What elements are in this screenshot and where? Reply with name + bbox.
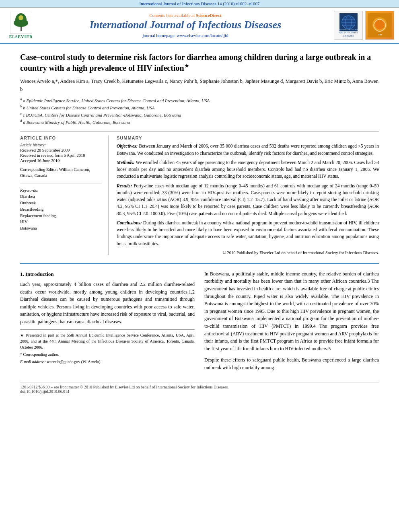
footnote-area: ★ Presented in part at the 55th Annual E…: [20, 329, 195, 365]
affiliation-b: b b United States Centers for Disease Co…: [20, 104, 379, 111]
objectives-para: Objectives: Between January and March of…: [117, 143, 379, 157]
bottom-bar: 1201-9712/$36.00 – see front matter © 20…: [20, 382, 379, 394]
journal-header: ELSEVIER Contents lists available at Sci…: [0, 8, 399, 44]
keyword-outbreak: Outbreak: [20, 200, 102, 206]
history-label: Article history:: [20, 143, 46, 147]
globe-icon: INTERNATIONAL SOCIETY: [339, 13, 358, 31]
conclusions-para: Conclusions: During this diarrhea outbre…: [117, 220, 379, 247]
revised-date: Received in revised form 6 April 2010: [20, 153, 102, 158]
divider-bottom: [20, 263, 379, 264]
affiliation-a: a a Epidemic Intelligence Service, Unite…: [20, 97, 379, 104]
article-history: Article history: Received 28 September 2…: [20, 143, 102, 163]
objectives-text: Between January and March of 2006, over …: [117, 144, 379, 155]
main-content: Case–control study to determine risk fac…: [0, 44, 399, 402]
issn-line: 1201-9712/$36.00 – see front matter © 20…: [20, 385, 379, 389]
authors-line: Wences Arvelo a,*, Andrea Kim a, Tracy C…: [20, 77, 379, 93]
email-value: warvelo@gt.cdc.gov (W. Arvelo).: [47, 359, 101, 364]
body-col-right: In Botswana, a politically stable, middl…: [204, 270, 379, 376]
results-text: Forty-nine cases with median age of 12 m…: [117, 183, 379, 216]
elsevier-text: ELSEVIER: [9, 35, 33, 39]
summary-text: Objectives: Between January and March of…: [117, 143, 379, 247]
svg-point-15: [375, 20, 385, 29]
keyword-hiv: HIV: [20, 219, 102, 225]
svg-point-4: [19, 15, 23, 20]
isid-text: FOR INFECTIOUSDISEASES: [339, 31, 358, 37]
corresponding-footnote: * Corresponding author.: [20, 351, 195, 357]
email-footnote: E-mail address: warvelo@gt.cdc.gov (W. A…: [20, 359, 195, 365]
journal-title: International Journal of Infectious Dise…: [90, 18, 282, 31]
keyword-diarrhea: Diarrhea: [20, 193, 102, 200]
results-label: Results:: [117, 183, 132, 188]
elsevier-logo: ELSEVIER: [5, 11, 37, 40]
keyword-breastfeeding: Breastfeeding: [20, 206, 102, 213]
email-label: E-mail address:: [20, 359, 46, 364]
results-para: Results: Forty-nine cases with median ag…: [117, 183, 379, 217]
copyright-line: © 2010 Published by Elsevier Ltd on beha…: [117, 251, 379, 255]
accepted-date: Accepted 16 June 2010: [20, 158, 102, 163]
objectives-label: Objectives:: [117, 144, 138, 148]
secondary-logo: IJID: [365, 11, 394, 40]
conclusions-label: Conclusions:: [117, 220, 142, 225]
journal-bar: International Journal of Infectious Dise…: [0, 0, 399, 8]
affiliation-d: d d Botswana Ministry of Public Health, …: [20, 118, 379, 125]
keyword-botswana: Botswana: [20, 225, 102, 232]
corresponding-editor: Corresponding Editor: William Cameron, O…: [20, 167, 102, 179]
keywords-header: Keywords:: [20, 188, 38, 193]
article-title: Case–control study to determine risk fac…: [20, 52, 379, 73]
journal-title-area: Contents lists available at ScienceDirec…: [41, 11, 330, 40]
star-footnote: ★ Presented in part at the 55th Annual E…: [20, 332, 195, 350]
article-info-header: ARTICLE INFO: [20, 136, 102, 140]
body-col-left: 1. Introduction Each year, approximately…: [20, 270, 195, 376]
body-text-section: 1. Introduction Each year, approximately…: [20, 270, 379, 376]
intro-para3: Despite these efforts to safeguard publi…: [204, 356, 379, 371]
elsevier-tree-icon: [10, 12, 32, 34]
summary-column: SUMMARY Objectives: Between January and …: [117, 136, 379, 255]
keywords-section: Keywords: Diarrhea Outbreak Breastfeedin…: [20, 187, 102, 232]
partner-logos: INTERNATIONAL SOCIETY FOR INFECTIOUSDISE…: [334, 11, 394, 40]
sciencedirect-line: Contents lists available at ScienceDirec…: [149, 13, 221, 18]
methods-label: Methods:: [117, 160, 135, 165]
journal-citation: International Journal of Infectious Dise…: [139, 1, 259, 6]
methods-text: We enrolled children <5 years of age pre…: [117, 160, 379, 179]
intro-heading: 1. Introduction: [20, 270, 195, 278]
info-summary-section: ARTICLE INFO Article history: Received 2…: [20, 136, 379, 255]
svg-text:INTERNATIONAL SOCIETY: INTERNATIONAL SOCIETY: [339, 29, 358, 31]
received-date: Received 28 September 2009: [20, 148, 102, 152]
doi-line: doi:10.1016/j.ijid.2010.06.014: [20, 389, 379, 394]
svg-text:IJID: IJID: [378, 34, 382, 36]
intro-para2: In Botswana, a politically stable, middl…: [204, 270, 379, 353]
divider-keywords: [20, 183, 102, 183]
intro-para1: Each year, approximately 4 billion cases…: [20, 281, 195, 326]
keyword-replacement: Replacement feeding: [20, 213, 102, 219]
journal-homepage: journal homepage: www.elsevier.com/locat…: [142, 33, 228, 38]
secondary-logo-icon: IJID: [368, 13, 392, 37]
summary-header: SUMMARY: [117, 136, 379, 140]
affiliations: a a Epidemic Intelligence Service, Unite…: [20, 97, 379, 126]
methods-para: Methods: We enrolled children <5 years o…: [117, 159, 379, 180]
affiliation-c: c c BOTUSA, Centers for Disease Control …: [20, 111, 379, 118]
article-info-column: ARTICLE INFO Article history: Received 2…: [20, 136, 109, 255]
divider-1: [20, 131, 379, 131]
isid-logo: INTERNATIONAL SOCIETY FOR INFECTIOUSDISE…: [334, 11, 363, 40]
conclusions-text: During this diarrhea outbreak in a count…: [117, 220, 379, 246]
